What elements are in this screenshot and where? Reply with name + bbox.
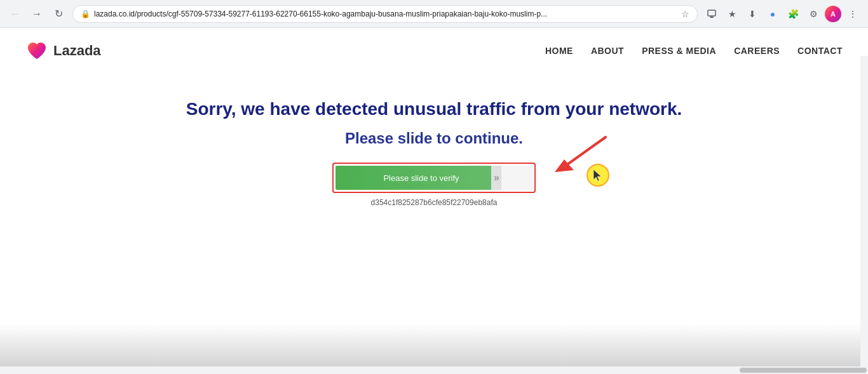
download-icon[interactable]: ⬇	[743, 5, 761, 23]
cursor-circle	[587, 164, 609, 187]
nav-contact[interactable]: CONTACT	[797, 46, 843, 56]
url-text: lazada.co.id/products/cgf-55709-57334-59…	[94, 10, 677, 18]
slider-wrapper: Please slide to verify »	[332, 163, 536, 193]
nav-home[interactable]: HOME	[545, 46, 573, 56]
extensions-icon[interactable]: 🧩	[784, 5, 802, 23]
reload-button[interactable]: ↻	[50, 5, 67, 23]
profile-avatar[interactable]: A	[825, 6, 841, 22]
slider-handle[interactable]	[501, 166, 532, 190]
main-content: Sorry, we have detected unusual traffic …	[0, 74, 868, 220]
lazada-logo-icon	[25, 39, 48, 62]
menu-icon[interactable]: ⋮	[844, 5, 862, 23]
logo-text: Lazada	[53, 43, 101, 59]
address-bar[interactable]: 🔒 lazada.co.id/products/cgf-55709-57334-…	[72, 5, 698, 23]
back-button[interactable]: ←	[6, 5, 24, 23]
slider-label: Please slide to verify	[336, 173, 520, 183]
slider-track[interactable]: Please slide to verify »	[336, 166, 532, 190]
logo-area[interactable]: Lazada	[25, 39, 101, 62]
lock-icon: 🔒	[81, 10, 90, 18]
page-content: Lazada HOME ABOUT PRESS & MEDIA CAREERS …	[0, 28, 868, 374]
nav-links: HOME ABOUT PRESS & MEDIA CAREERS CONTACT	[545, 46, 843, 56]
forward-button[interactable]: →	[28, 5, 46, 23]
screenshot-icon[interactable]	[703, 5, 721, 23]
slider-arrows-icon: »	[494, 172, 499, 184]
scrollbar-thumb-h[interactable]	[740, 368, 867, 373]
chrome-icon[interactable]: ●	[764, 5, 782, 23]
browser-chrome: ← → ↻ 🔒 lazada.co.id/products/cgf-55709-…	[0, 0, 868, 28]
svg-rect-0	[708, 10, 715, 16]
slider-outer-border: Please slide to verify »	[332, 163, 536, 193]
cursor-icon	[592, 168, 604, 182]
nav-press[interactable]: PRESS & MEDIA	[642, 46, 716, 56]
nav-buttons: ← → ↻	[6, 5, 67, 23]
puzzle-icon[interactable]: ⚙	[804, 5, 822, 23]
navbar: Lazada HOME ABOUT PRESS & MEDIA CAREERS …	[0, 28, 868, 74]
svg-rect-1	[710, 17, 714, 18]
toolbar-icons: ★ ⬇ ● 🧩 ⚙ A ⋮	[703, 5, 862, 23]
main-title: Sorry, we have detected unusual traffic …	[186, 99, 682, 119]
bookmark-icon[interactable]: ☆	[681, 9, 689, 19]
hash-text: d354c1f825287b6cfe85f22709eb8afa	[371, 198, 498, 207]
nav-careers[interactable]: CAREERS	[734, 46, 780, 56]
main-subtitle: Please slide to continue.	[345, 130, 523, 147]
horizontal-scrollbar[interactable]	[0, 366, 868, 374]
nav-about[interactable]: ABOUT	[591, 46, 624, 56]
vertical-scrollbar[interactable]	[860, 56, 868, 366]
star-icon[interactable]: ★	[723, 5, 741, 23]
